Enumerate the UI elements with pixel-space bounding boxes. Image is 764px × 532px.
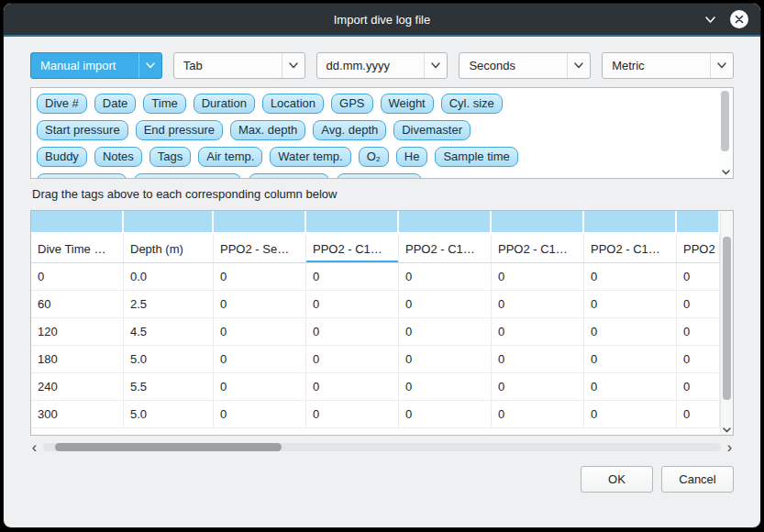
tag-date[interactable]: Date xyxy=(94,94,136,114)
drop-target-cell[interactable] xyxy=(124,211,214,232)
table-horizontal-scrollbar[interactable]: ‹ › xyxy=(30,439,734,455)
combo-duration-format[interactable]: Seconds xyxy=(459,52,591,79)
tag-weight[interactable]: Weight xyxy=(381,94,434,114)
tag-sample-po[interactable]: Sample pO₂ xyxy=(249,173,329,179)
tag-notes[interactable]: Notes xyxy=(94,147,142,167)
table-cell: 0 xyxy=(584,401,677,427)
drop-target-cell[interactable] xyxy=(584,211,677,232)
tag-air-temp[interactable]: Air temp. xyxy=(198,147,262,167)
tag-o[interactable]: O₂ xyxy=(359,147,389,167)
tag-sample-time[interactable]: Sample time xyxy=(435,147,517,167)
column-header[interactable]: Dive Time … xyxy=(31,235,124,262)
drop-target-cell[interactable] xyxy=(214,211,306,232)
chevron-down-icon xyxy=(710,53,733,78)
column-header[interactable]: PPO2 - C1… xyxy=(306,235,399,262)
table-cell: 0 xyxy=(677,318,720,345)
drop-target-cell[interactable] xyxy=(306,211,399,232)
tag-divemaster[interactable]: Divemaster xyxy=(393,120,471,140)
tag-location[interactable]: Location xyxy=(262,94,324,114)
table-vertical-scrollbar[interactable] xyxy=(720,211,733,435)
cancel-button[interactable]: Cancel xyxy=(661,466,734,493)
scrollbar-thumb[interactable] xyxy=(723,237,731,400)
tag-buddy[interactable]: Buddy xyxy=(37,147,87,167)
combo-date-format[interactable]: dd.mm.yyyy xyxy=(316,52,448,79)
drop-target-cell[interactable] xyxy=(399,211,492,232)
drop-target-cell[interactable] xyxy=(677,211,720,232)
scrollbar-thumb[interactable] xyxy=(55,443,282,451)
column-header[interactable]: PPO2 xyxy=(677,235,720,262)
dialog-buttons: OK Cancel xyxy=(30,466,734,493)
combo-value: Metric xyxy=(603,59,710,72)
tag-sample-depth[interactable]: Sample depth xyxy=(37,173,127,179)
combo-value: Seconds xyxy=(460,59,567,72)
chevron-down-icon xyxy=(424,53,447,78)
scroll-down-arrow[interactable] xyxy=(721,427,733,433)
tag-gps[interactable]: GPS xyxy=(331,94,372,114)
table-cell: 0 xyxy=(584,346,677,372)
combo-field-separator[interactable]: Tab xyxy=(173,52,305,79)
tag-start-pressure[interactable]: Start pressure xyxy=(37,120,128,140)
scrollbar-thumb[interactable] xyxy=(721,91,729,151)
table-row: 2405.5000000 xyxy=(31,373,720,401)
table-cell: 0 xyxy=(306,346,399,372)
tag-duration[interactable]: Duration xyxy=(194,94,255,114)
combo-value: Manual import xyxy=(31,59,138,72)
scroll-down-arrow[interactable] xyxy=(719,170,732,175)
tag-sample-cns[interactable]: Sample CNS xyxy=(337,173,422,179)
table-row: 00.0000000 xyxy=(31,263,720,291)
instruction-label: Drag the tags above to each correspondin… xyxy=(32,187,734,202)
scrollbar-track[interactable] xyxy=(43,443,721,451)
table-cell: 0 xyxy=(399,346,492,372)
table-cell: 5.5 xyxy=(124,373,214,400)
combo-units[interactable]: Metric xyxy=(602,52,734,79)
tag-row: BuddyNotesTagsAir temp.Water temp.O₂HeSa… xyxy=(37,147,713,167)
table-cell: 0 xyxy=(306,263,399,290)
tag-water-temp[interactable]: Water temp. xyxy=(270,147,350,167)
tag-end-pressure[interactable]: End pressure xyxy=(136,120,223,140)
table-cell: 0 xyxy=(306,318,399,345)
chevron-down-icon[interactable] xyxy=(704,16,716,24)
tag-time[interactable]: Time xyxy=(143,94,185,114)
tag-he[interactable]: He xyxy=(396,147,428,167)
table-cell: 0 xyxy=(492,401,584,427)
close-icon xyxy=(735,15,744,24)
table-cell: 180 xyxy=(31,346,124,372)
table-cell: 0 xyxy=(399,263,492,290)
tag-dive[interactable]: Dive # xyxy=(37,94,87,114)
table-cell: 240 xyxy=(31,373,124,400)
table-row: 1805.0000000 xyxy=(31,346,720,373)
ok-button[interactable]: OK xyxy=(581,466,653,493)
drop-target-cell[interactable] xyxy=(31,211,124,232)
tag-panel-scrollbar[interactable] xyxy=(719,89,732,177)
column-header[interactable]: PPO2 - Se… xyxy=(214,235,306,262)
window-title: Import dive log file xyxy=(334,13,431,27)
tag-sample-pressure[interactable]: Sample pressure xyxy=(134,173,240,179)
table-cell: 0 xyxy=(399,318,492,345)
table-cell: 0 xyxy=(584,291,677,317)
scroll-right-arrow[interactable]: › xyxy=(725,441,734,454)
tag-max-depth[interactable]: Max. depth xyxy=(230,120,305,140)
scroll-left-arrow[interactable]: ‹ xyxy=(30,441,39,454)
table-row: 602.5000000 xyxy=(31,291,720,318)
column-header[interactable]: PPO2 - C1… xyxy=(399,235,492,262)
chevron-down-icon xyxy=(282,53,304,78)
table-cell: 4.5 xyxy=(124,318,214,345)
import-dialog-window: Import dive log file Manual importTabdd.… xyxy=(3,3,761,528)
table-cell: 0 xyxy=(492,291,584,317)
column-header[interactable]: Depth (m) xyxy=(124,235,214,262)
dialog-content: Manual importTabdd.mm.yyyySecondsMetric … xyxy=(4,37,760,527)
table-cell: 0 xyxy=(306,291,399,317)
close-button[interactable] xyxy=(730,10,748,28)
table-cell: 0.0 xyxy=(124,263,214,290)
table-cell: 0 xyxy=(584,373,677,400)
tag-tags[interactable]: Tags xyxy=(149,147,191,167)
combo-import-mode[interactable]: Manual import xyxy=(30,52,162,79)
titlebar[interactable]: Import dive log file xyxy=(4,4,760,37)
table-cell: 0 xyxy=(492,373,584,400)
drop-target-cell[interactable] xyxy=(492,211,584,232)
tag-cyl-size[interactable]: Cyl. size xyxy=(441,94,503,114)
table-cell: 0 xyxy=(214,263,306,290)
column-header[interactable]: PPO2 - C1… xyxy=(584,235,677,262)
column-header[interactable]: PPO2 - C1… xyxy=(492,235,584,262)
tag-avg-depth[interactable]: Avg. depth xyxy=(313,120,386,140)
